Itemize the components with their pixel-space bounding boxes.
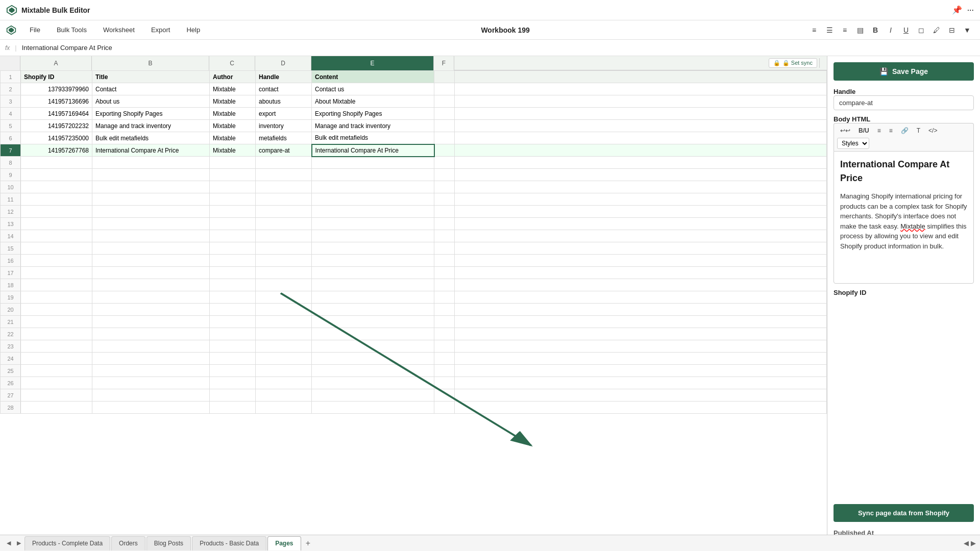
header-handle[interactable]: Handle <box>256 71 312 83</box>
handle-input[interactable] <box>834 95 974 110</box>
header-title[interactable]: Title <box>92 71 210 83</box>
col-header-E[interactable]: E <box>311 56 434 70</box>
table-row: 1 Shopify ID Title Author Handle Content <box>1 71 827 83</box>
menu-worksheet[interactable]: Worksheet <box>100 24 138 36</box>
menu-file[interactable]: File <box>27 24 43 36</box>
mixtable-link[interactable]: Mixtable <box>900 222 925 230</box>
more-icon[interactable]: ··· <box>967 6 974 15</box>
col-header-F[interactable]: F <box>434 56 454 70</box>
text-tool[interactable]: T <box>914 126 923 136</box>
code-tool[interactable]: </> <box>925 126 940 136</box>
align-center-icon[interactable]: ☰ <box>823 23 836 37</box>
cell-4-B[interactable]: Exporting Shopify Pages <box>92 108 210 120</box>
table-container[interactable]: 1 Shopify ID Title Author Handle Content <box>0 70 827 551</box>
cell-7-D[interactable]: compare-at <box>256 144 312 157</box>
header-shopify-id[interactable]: Shopify ID <box>21 71 92 83</box>
cell-3-F[interactable] <box>434 95 455 108</box>
cell-2-A[interactable]: 137933979960 <box>21 83 92 95</box>
undo-tool[interactable]: ↩↩ <box>837 126 853 136</box>
tab-pages[interactable]: Pages <box>267 536 301 550</box>
bold-icon[interactable]: B <box>869 23 882 37</box>
cell-6-B[interactable]: Bulk edit metafields <box>92 132 210 144</box>
cell-3-C[interactable]: Mixtable <box>210 95 256 108</box>
cell-5-E[interactable]: Manage and track inventory <box>312 120 434 132</box>
cell-5-D[interactable]: inventory <box>256 120 312 132</box>
html-toolbar: ↩↩ B/U ≡ ≡ 🔗 T </> Styles <box>834 123 974 151</box>
border-icon[interactable]: ◻ <box>915 23 928 37</box>
tab-nav-left[interactable]: ◀ <box>4 539 13 548</box>
cell-4-E[interactable]: Exporting Shopify Pages <box>312 108 434 120</box>
col-header-C[interactable]: C <box>209 56 255 70</box>
cell-3-D[interactable]: aboutus <box>256 95 312 108</box>
cell-5-F[interactable] <box>434 120 455 132</box>
list-unordered-tool[interactable]: ≡ <box>886 126 896 136</box>
tab-scroll-left[interactable]: ◀ <box>964 539 969 547</box>
cell-3-B[interactable]: About us <box>92 95 210 108</box>
html-content-area[interactable]: International Compare At Price Managing … <box>834 151 974 284</box>
tab-products-basic[interactable]: Products - Basic Data <box>192 536 266 550</box>
menu-help[interactable]: Help <box>183 24 203 36</box>
header-content[interactable]: Content <box>312 71 434 83</box>
tab-blog-posts[interactable]: Blog Posts <box>146 536 191 550</box>
sync-shopify-button[interactable]: Sync page data from Shopify <box>834 504 974 522</box>
fill-icon[interactable]: 🖊 <box>930 23 943 37</box>
formula-bar: fx | International Compare At Price <box>0 40 980 56</box>
cell-6-F[interactable] <box>434 132 455 144</box>
save-page-button[interactable]: 💾 Save Page <box>834 62 974 81</box>
cell-3-A[interactable]: 141957136696 <box>21 95 92 108</box>
cell-2-D[interactable]: contact <box>256 83 312 95</box>
cell-7-F[interactable] <box>434 144 455 157</box>
menu-bulk-tools[interactable]: Bulk Tools <box>54 24 90 36</box>
add-sheet-button[interactable]: + <box>302 537 314 549</box>
tab-scroll-right[interactable]: ▶ <box>971 539 976 547</box>
cell-2-E[interactable]: Contact us <box>312 83 434 95</box>
cell-2-B[interactable]: Contact <box>92 83 210 95</box>
cell-6-D[interactable]: metafields <box>256 132 312 144</box>
col-header-B[interactable]: B <box>92 56 209 70</box>
table-row: 26 <box>1 377 827 389</box>
header-f[interactable] <box>434 71 455 83</box>
col-header-A[interactable]: A <box>20 56 92 70</box>
cell-5-A[interactable]: 141957202232 <box>21 120 92 132</box>
cell-7-A[interactable]: 141957267768 <box>21 144 92 157</box>
cell-2-C[interactable]: Mixtable <box>210 83 256 95</box>
link-tool[interactable]: 🔗 <box>898 126 912 136</box>
row-number: 7 <box>1 144 21 157</box>
align-right-icon[interactable]: ≡ <box>838 23 851 37</box>
cell-7-B[interactable]: International Compare At Price <box>92 144 210 157</box>
tab-products-complete[interactable]: Products - Complete Data <box>24 536 110 550</box>
align-justify-icon[interactable]: ▤ <box>853 23 867 37</box>
cell-5-B[interactable]: Manage and track inventory <box>92 120 210 132</box>
cell-4-A[interactable]: 141957169464 <box>21 108 92 120</box>
filter-icon[interactable]: ▼ <box>961 23 974 37</box>
bold-underline-tool[interactable]: B/U <box>855 126 872 136</box>
cell-4-D[interactable]: export <box>256 108 312 120</box>
cell-7-E[interactable]: International Compare At Price <box>312 144 434 157</box>
cell-3-E[interactable]: About Mixtable <box>312 95 434 108</box>
underline-icon[interactable]: U <box>899 23 913 37</box>
cell-6-C[interactable]: Mixtable <box>210 132 256 144</box>
italic-icon[interactable]: I <box>884 23 897 37</box>
list-ordered-tool[interactable]: ≡ <box>874 126 884 136</box>
merge-icon[interactable]: ⊟ <box>945 23 959 37</box>
tab-orders[interactable]: Orders <box>111 536 145 550</box>
cell-6-E[interactable]: Bulk edit metafields <box>312 132 434 144</box>
col-header-D[interactable]: D <box>255 56 311 70</box>
cell-5-C[interactable]: Mixtable <box>210 120 256 132</box>
notification-icon[interactable]: 📌 <box>952 5 962 15</box>
cell-4-F[interactable] <box>434 108 455 120</box>
content-heading: International Compare At Price <box>840 158 967 185</box>
table-row: 4 141957169464 Exporting Shopify Pages M… <box>1 108 827 120</box>
tab-nav-right[interactable]: ▶ <box>14 539 23 548</box>
cell-2-F[interactable] <box>434 83 455 95</box>
cell-7-C[interactable]: Mixtable <box>210 144 256 157</box>
menu-export[interactable]: Export <box>148 24 174 36</box>
table-row: 10 <box>1 181 827 193</box>
align-left-icon[interactable]: ≡ <box>807 23 821 37</box>
styles-select[interactable]: Styles <box>837 138 869 149</box>
set-sync-button[interactable]: 🔒 🔒 Set sync <box>769 58 817 68</box>
header-author[interactable]: Author <box>210 71 256 83</box>
cell-6-A[interactable]: 141957235000 <box>21 132 92 144</box>
row-number: 5 <box>1 120 21 132</box>
cell-4-C[interactable]: Mixtable <box>210 108 256 120</box>
